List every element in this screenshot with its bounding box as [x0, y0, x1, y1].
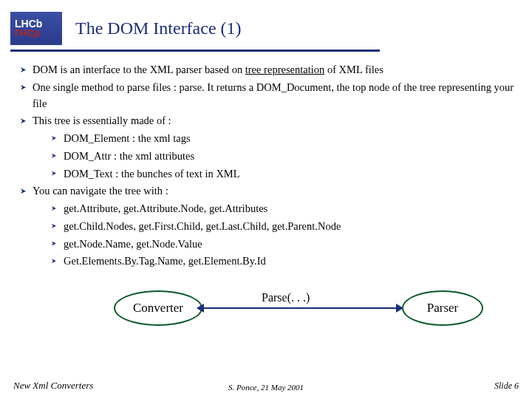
bullet-4: You can navigate the tree with :	[21, 183, 517, 200]
bullet-3: This tree is essentially made of :	[21, 113, 517, 129]
text: DOM is an interface to the XML parser ba…	[33, 64, 245, 75]
bullet-list: DOM is an interface to the XML parser ba…	[21, 62, 517, 129]
content-area: DOM is an interface to the XML parser ba…	[0, 52, 532, 333]
sub-bullet: DOM_Attr : the xml attributes	[52, 149, 517, 165]
diagram: Converter Parse(. . .) Parser	[25, 282, 513, 333]
header: LHCb ГНСр The DOM Interface (1)	[0, 0, 532, 45]
sub-bullet: get.Child.Nodes, get.First.Child, get.La…	[52, 219, 517, 235]
bullet-2: One single method to parse files : parse…	[21, 80, 517, 112]
footer-right: Slide 6	[494, 381, 519, 392]
arrow-head-left-icon	[197, 304, 204, 313]
bullet-list-2: You can navigate the tree with :	[21, 183, 517, 200]
arrow-label: Parse(. . .)	[262, 289, 310, 307]
sub-bullet: Get.Elements.By.Tag.Name, get.Element.By…	[52, 253, 517, 270]
sub-bullet: DOM_Text : the bunches of text in XML	[52, 166, 517, 183]
logo-text-bottom: ГНСр	[15, 28, 62, 38]
sub-bullet: get.Attribute, get.Attribute.Node, get.A…	[52, 201, 517, 217]
sublist-4: get.Attribute, get.Attribute.Node, get.A…	[21, 201, 517, 270]
sublist-3: DOM_Element : the xml tags DOM_Attr : th…	[21, 131, 517, 182]
converter-node: Converter	[114, 290, 202, 326]
text: One single method to parse files :	[33, 81, 180, 93]
slide-title: The DOM Interface (1)	[75, 18, 242, 38]
sub-bullet: DOM_Element : the xml tags	[52, 131, 517, 147]
text-underlined: tree representation	[245, 64, 324, 75]
footer-center: S. Ponce, 21 May 2001	[228, 383, 304, 392]
lhcb-logo: LHCb ГНСр	[10, 12, 62, 45]
sub-bullet: get.Node.Name, get.Node.Value	[52, 236, 517, 253]
arrow-line	[204, 307, 400, 309]
bullet-1: DOM is an interface to the XML parser ba…	[21, 62, 517, 78]
parser-node: Parser	[402, 290, 483, 326]
footer-left: New Xml Converters	[13, 380, 93, 392]
text: of XML files	[324, 64, 383, 75]
footer: New Xml Converters S. Ponce, 21 May 2001…	[0, 380, 532, 392]
